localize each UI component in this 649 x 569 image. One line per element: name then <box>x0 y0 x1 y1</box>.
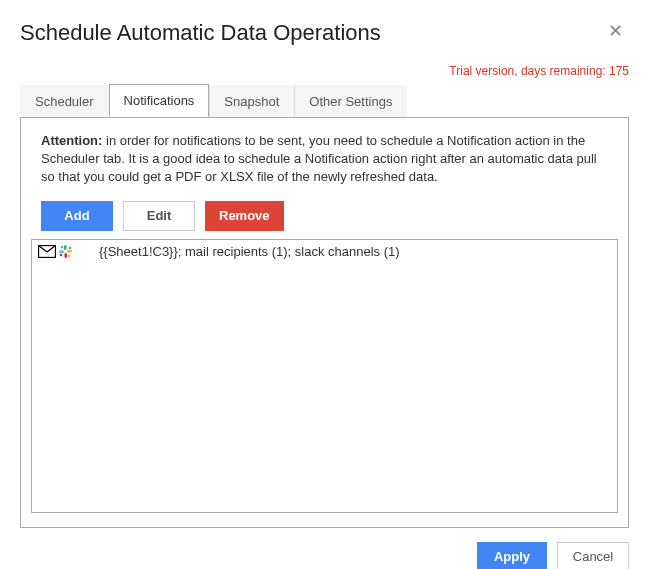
close-button[interactable]: ✕ <box>602 20 629 42</box>
dialog-footer: Apply Cancel <box>20 542 629 569</box>
list-item-text: {{Sheet1!C3}}; mail recipients (1); slac… <box>99 244 400 259</box>
tab-other-settings[interactable]: Other Settings <box>294 85 407 117</box>
attention-message: Attention: in order for notifications to… <box>41 132 608 187</box>
svg-point-7 <box>68 254 71 257</box>
svg-rect-1 <box>64 245 67 250</box>
slack-icon <box>58 244 73 259</box>
remove-button[interactable]: Remove <box>205 201 284 231</box>
notifications-list[interactable]: {{Sheet1!C3}}; mail recipients (1); slac… <box>31 239 618 513</box>
svg-rect-4 <box>59 250 64 253</box>
svg-point-5 <box>61 245 64 248</box>
tab-content-notifications: Attention: in order for notifications to… <box>20 117 629 528</box>
svg-point-6 <box>69 246 72 249</box>
close-icon: ✕ <box>608 21 623 41</box>
cancel-button[interactable]: Cancel <box>557 542 629 569</box>
trial-notice: Trial version, days remaining: 175 <box>20 64 629 78</box>
list-item[interactable]: {{Sheet1!C3}}; mail recipients (1); slac… <box>32 240 617 263</box>
tab-snapshot[interactable]: Snapshot <box>209 85 294 117</box>
tab-scheduler[interactable]: Scheduler <box>20 85 109 117</box>
svg-rect-3 <box>65 253 68 258</box>
attention-text: in order for notifications to be sent, y… <box>41 133 597 184</box>
attention-label: Attention: <box>41 133 102 148</box>
svg-point-8 <box>60 253 63 256</box>
item-icons <box>38 244 73 259</box>
mail-icon <box>38 245 56 258</box>
edit-button[interactable]: Edit <box>123 201 195 231</box>
svg-rect-2 <box>67 250 72 253</box>
tab-notifications[interactable]: Notifications <box>109 84 210 117</box>
dialog-header: Schedule Automatic Data Operations ✕ <box>20 20 629 46</box>
tab-bar: Scheduler Notifications Snapshot Other S… <box>20 84 629 118</box>
dialog-title: Schedule Automatic Data Operations <box>20 20 381 46</box>
action-button-row: Add Edit Remove <box>41 201 608 231</box>
add-button[interactable]: Add <box>41 201 113 231</box>
schedule-dialog: Schedule Automatic Data Operations ✕ Tri… <box>0 0 649 569</box>
apply-button[interactable]: Apply <box>477 542 547 569</box>
